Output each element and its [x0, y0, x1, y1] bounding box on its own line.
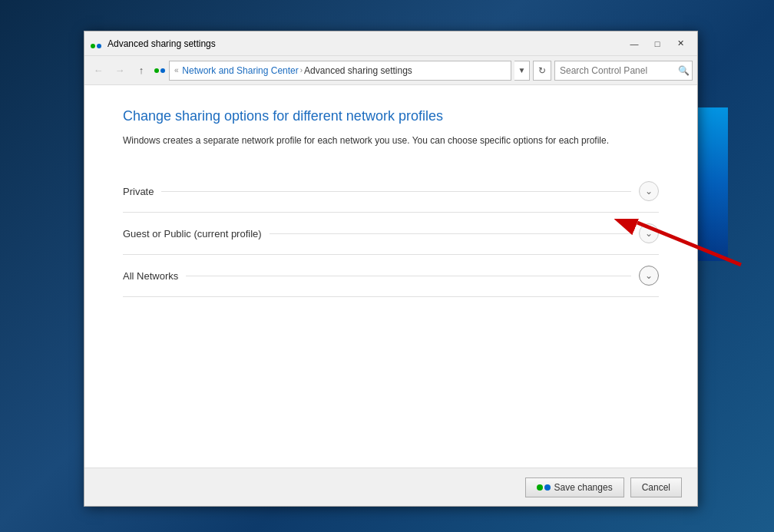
breadcrumb-bar: « Network and Sharing Center › Advanced …	[169, 61, 511, 81]
private-profile-header[interactable]: Private ⌄	[123, 170, 659, 212]
cancel-button[interactable]: Cancel	[630, 477, 682, 497]
forward-button[interactable]: →	[111, 61, 129, 80]
minimize-button[interactable]: —	[624, 35, 645, 52]
all-networks-profile-section: All Networks ⌄	[123, 255, 659, 297]
refresh-button[interactable]: ↻	[533, 61, 551, 81]
save-label: Save changes	[554, 482, 613, 493]
close-button[interactable]: ✕	[670, 35, 691, 52]
guest-public-profile-label: Guest or Public (current profile)	[123, 228, 262, 240]
main-content: Change sharing options for different net…	[84, 85, 697, 468]
window-title: Advanced sharing settings	[108, 38, 624, 49]
page-title: Change sharing options for different net…	[123, 108, 659, 124]
guest-public-expand-button[interactable]: ⌄	[639, 223, 659, 243]
all-networks-profile-header[interactable]: All Networks ⌄	[123, 255, 659, 296]
all-networks-expand-button[interactable]: ⌄	[639, 266, 659, 286]
advanced-sharing-window: Advanced sharing settings — □ ✕ ← → ↑ « …	[84, 31, 698, 507]
breadcrumb-arrow: ›	[300, 66, 303, 74]
page-description: Windows creates a separate network profi…	[123, 134, 659, 147]
save-icon	[537, 484, 551, 491]
back-button[interactable]: ←	[89, 61, 108, 80]
guest-public-profile-section: Guest or Public (current profile) ⌄	[123, 213, 659, 255]
maximize-button[interactable]: □	[647, 35, 668, 52]
title-bar: Advanced sharing settings — □ ✕	[84, 31, 697, 56]
guest-public-divider	[270, 233, 631, 234]
window-controls: — □ ✕	[624, 35, 691, 52]
breadcrumb-separator-left: «	[174, 66, 180, 74]
save-changes-button[interactable]: Save changes	[525, 477, 624, 497]
bottom-bar: Save changes Cancel	[84, 468, 697, 506]
private-expand-button[interactable]: ⌄	[639, 181, 659, 201]
search-bar: 🔍	[554, 61, 693, 81]
breadcrumb-dropdown-button[interactable]: ▼	[514, 61, 530, 81]
guest-public-profile-header[interactable]: Guest or Public (current profile) ⌄	[123, 213, 659, 254]
breadcrumb-network-icon	[154, 64, 166, 77]
private-profile-label: Private	[123, 186, 154, 197]
breadcrumb-current: Advanced sharing settings	[304, 65, 412, 76]
window-icon	[91, 38, 103, 50]
breadcrumb-network-sharing[interactable]: Network and Sharing Center	[182, 65, 298, 76]
up-button[interactable]: ↑	[132, 61, 150, 80]
address-bar: ← → ↑ « Network and Sharing Center › Adv…	[84, 56, 697, 85]
all-networks-divider	[186, 276, 631, 276]
search-input[interactable]	[560, 65, 675, 76]
private-profile-section: Private ⌄	[123, 170, 659, 213]
private-divider	[161, 191, 631, 192]
search-icon[interactable]: 🔍	[678, 65, 690, 76]
all-networks-profile-label: All Networks	[123, 270, 178, 282]
